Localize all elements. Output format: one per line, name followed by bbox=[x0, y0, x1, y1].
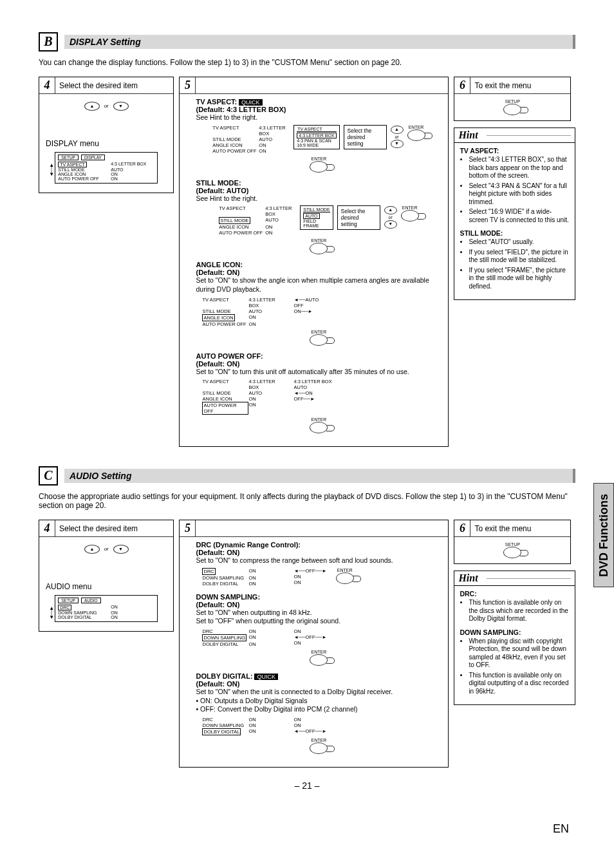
setup-icon bbox=[503, 547, 521, 558]
display-osd: ▲│▼ SETUP DISPLAY TV ASPECT4:3 LETTER BO… bbox=[55, 152, 158, 184]
still-mode-block: STILL MODE: (Default: AUTO) See Hint to … bbox=[195, 179, 442, 255]
tv-aspect-block: TV ASPECT: QUICK (Default: 4:3 LETTER BO… bbox=[195, 98, 442, 173]
section-title-b: DISPLAY Setting bbox=[64, 35, 575, 49]
enter-icon bbox=[310, 654, 328, 666]
down-icon: ▼ bbox=[113, 102, 129, 111]
display-menu-label: DISPLAY menu bbox=[46, 139, 167, 148]
enter-icon bbox=[310, 742, 328, 754]
section-letter-b: B bbox=[39, 32, 58, 52]
dolby-block: DOLBY DIGITAL: QUICK (Default: ON) Set t… bbox=[195, 672, 442, 754]
step5-box-c: 5 DRC (Dynamic Range Control): (Default:… bbox=[179, 520, 449, 768]
hint-box-c: Hint DRC: This function is available onl… bbox=[454, 571, 575, 705]
side-tab: DVD Functions bbox=[593, 483, 614, 587]
step4-box-c: 4Select the desired item ▲ or ▼ AUDIO me… bbox=[39, 520, 174, 632]
step5-box-b: 5 TV ASPECT: QUICK (Default: 4:3 LETTER … bbox=[179, 77, 449, 447]
section-c-header: C AUDIO Setting bbox=[39, 466, 575, 486]
setup-icon bbox=[503, 104, 521, 115]
section-b-header: B DISPLAY Setting bbox=[39, 32, 575, 52]
up-down-buttons: ▲ or ▼ bbox=[46, 102, 167, 111]
enter-icon bbox=[336, 572, 354, 584]
up-icon: ▲ bbox=[84, 102, 100, 111]
page-number: – 21 – bbox=[39, 780, 575, 791]
section-b-intro: You can change the display functions. Fo… bbox=[39, 58, 575, 67]
down-icon: ▼ bbox=[113, 545, 129, 554]
section-letter-c: C bbox=[39, 466, 58, 486]
angle-icon-block: ANGLE ICON: (Default: ON) Set to "ON" to… bbox=[195, 261, 442, 345]
down-icon: ▼ bbox=[391, 140, 404, 148]
step4-box-b: 4Select the desired item ▲ or ▼ DISPLAY … bbox=[39, 77, 174, 193]
enter-icon bbox=[401, 210, 419, 222]
section-c-intro: Choose the appropriate audio settings fo… bbox=[39, 492, 575, 510]
enter-icon bbox=[310, 161, 328, 173]
drc-block: DRC (Dynamic Range Control): (Default: O… bbox=[195, 541, 442, 587]
step6-box-b: 6To exit the menu SETUP bbox=[454, 77, 571, 121]
hint-box-b: Hint TV ASPECT: Select "4:3 LETTER BOX",… bbox=[454, 127, 575, 300]
lang-code: EN bbox=[553, 822, 569, 836]
down-sampling-block: DOWN SAMPLING: (Default: ON) Set to "ON"… bbox=[195, 593, 442, 666]
step6-box-c: 6To exit the menu SETUP bbox=[454, 520, 571, 564]
up-icon: ▲ bbox=[391, 126, 404, 134]
enter-icon bbox=[310, 243, 328, 254]
quick-badge: QUICK bbox=[239, 99, 263, 106]
section-title-c: AUDIO Setting bbox=[64, 469, 575, 483]
audio-menu-label: AUDIO menu bbox=[46, 582, 167, 591]
auto-power-block: AUTO POWER OFF: (Default: ON) Set to "ON… bbox=[195, 352, 442, 434]
enter-icon bbox=[407, 129, 425, 141]
quick-badge: QUICK bbox=[254, 674, 278, 680]
up-icon: ▲ bbox=[84, 545, 100, 554]
enter-icon bbox=[310, 422, 328, 433]
enter-icon bbox=[310, 334, 328, 346]
audio-osd: ▲│▼ SETUP AUDIO DRCON DOWN SAMPLINGON DO… bbox=[55, 595, 158, 622]
